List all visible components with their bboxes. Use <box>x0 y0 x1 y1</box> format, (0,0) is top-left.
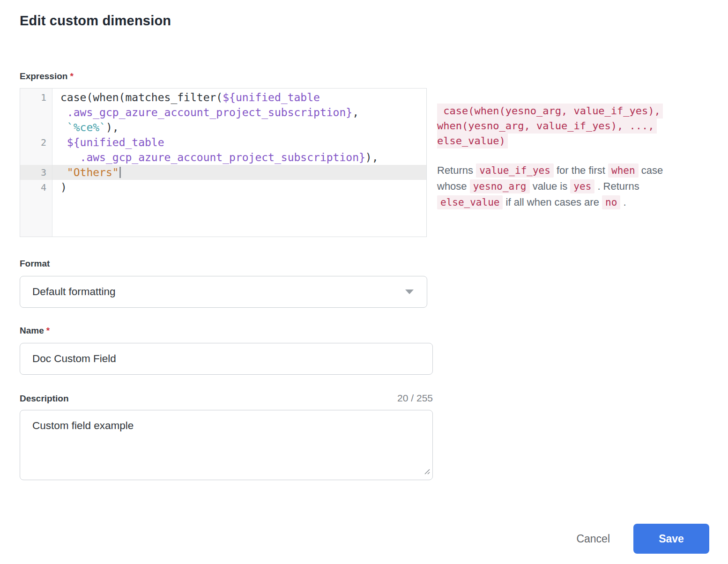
page-title: Edit custom dimension <box>20 13 709 29</box>
code-line[interactable]: .aws_gcp_azure_account_project_subscript… <box>20 105 426 120</box>
edit-custom-dimension-dialog: Edit custom dimension Expression* 1case(… <box>0 0 728 480</box>
description-label: Description <box>20 393 69 404</box>
line-number: 4 <box>20 180 52 195</box>
description-label-row: Description 20 / 255 <box>20 393 433 404</box>
function-help-panel: case(when(yesno_arg, value_if_yes),when(… <box>437 71 694 210</box>
format-select[interactable]: Default formatting <box>20 276 427 308</box>
inline-code-chip: value_if_yes <box>476 163 554 178</box>
code-text: .aws_gcp_azure_account_project_subscript… <box>52 150 379 165</box>
line-number <box>20 120 52 135</box>
format-label: Format <box>20 258 433 269</box>
line-number: 3 <box>20 165 52 180</box>
code-text: case(when(matches_filter(${unified_table <box>52 90 320 105</box>
line-number <box>20 150 52 165</box>
code-text: `%ce%`), <box>52 120 119 135</box>
inline-code-chip: when <box>608 163 639 178</box>
function-signature: case(when(yesno_arg, value_if_yes),when(… <box>437 104 694 148</box>
code-line[interactable]: `%ce%`), <box>20 120 426 135</box>
name-label: Name* <box>20 325 433 336</box>
code-text: ${unified_table <box>52 135 164 150</box>
inline-code-chip: yesno_arg <box>470 179 530 193</box>
expression-label-text: Expression <box>20 71 67 81</box>
format-section: Format Default formatting <box>20 258 433 308</box>
name-label-text: Name <box>20 326 44 335</box>
code-line[interactable]: 3 "Others" <box>20 165 426 180</box>
save-button[interactable]: Save <box>633 524 709 554</box>
format-selected-value: Default formatting <box>32 286 116 298</box>
inline-code-chip: no <box>602 195 620 209</box>
code-text: ) <box>52 180 67 195</box>
expression-editor[interactable]: 1case(when(matches_filter(${unified_tabl… <box>20 88 427 237</box>
inline-code-chip: else_value <box>437 195 503 209</box>
expression-code-lines: 1case(when(matches_filter(${unified_tabl… <box>20 89 426 195</box>
name-section: Name* <box>20 325 433 375</box>
expression-label: Expression* <box>20 71 433 82</box>
name-input[interactable] <box>20 343 433 375</box>
description-textarea[interactable]: Custom field example <box>20 410 433 480</box>
code-line[interactable]: .aws_gcp_azure_account_project_subscript… <box>20 150 426 165</box>
resize-handle-icon[interactable] <box>423 468 430 476</box>
dialog-footer: Cancel Save <box>576 524 709 554</box>
chevron-down-icon <box>405 289 414 294</box>
code-line[interactable]: 1case(when(matches_filter(${unified_tabl… <box>20 90 426 105</box>
cancel-button[interactable]: Cancel <box>576 533 610 545</box>
code-text: "Others" <box>52 165 121 180</box>
line-number <box>20 105 52 120</box>
inline-code-chip: yes <box>570 179 594 193</box>
function-description: Returns value_if_yes for the first when … <box>437 163 694 210</box>
code-line[interactable]: 2 ${unified_table <box>20 135 426 150</box>
description-section: Description 20 / 255 Custom field exampl… <box>20 393 433 480</box>
code-text: .aws_gcp_azure_account_project_subscript… <box>52 105 359 120</box>
code-line[interactable]: 4) <box>20 180 426 195</box>
required-asterisk: * <box>70 71 73 81</box>
required-asterisk: * <box>46 326 50 335</box>
line-number: 2 <box>20 135 52 150</box>
line-number: 1 <box>20 90 52 105</box>
description-textarea-wrap: Custom field example <box>20 410 433 480</box>
text-cursor <box>119 167 121 178</box>
dialog-body: Expression* 1case(when(matches_filter(${… <box>20 71 709 480</box>
form-column: Expression* 1case(when(matches_filter(${… <box>20 71 433 480</box>
character-counter: 20 / 255 <box>397 393 433 404</box>
